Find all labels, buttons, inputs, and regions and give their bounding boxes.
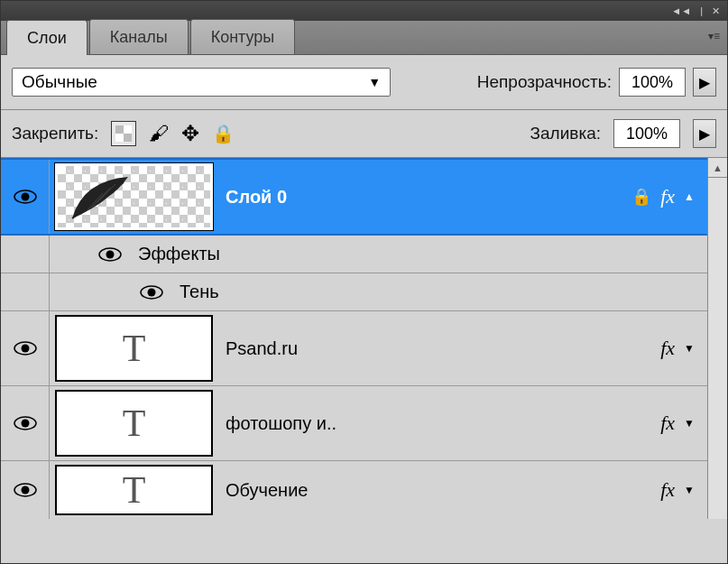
lock-all-icon[interactable]: 🔒 [212,123,235,144]
layer-row-2[interactable]: T фотошопу и.. fx ▼ [1,386,707,461]
effect-shadow-row[interactable]: Тень [1,273,707,311]
layer-list-container: Слой 0 🔒 fx ▲ Эффекты Тень [1,158,727,519]
tab-layers[interactable]: Слои [6,20,88,55]
layer-thumbnail[interactable]: T [55,390,213,457]
svg-point-6 [106,250,115,258]
blend-row: Обычные ▼ Непрозрачность: 100% ▶ [1,55,727,110]
layer-thumbnail[interactable]: T [55,465,213,515]
dropdown-arrow-icon: ▼ [368,75,381,89]
fx-icon[interactable]: fx [660,478,675,502]
visibility-toggle[interactable] [1,461,50,519]
layers-panel: ◄◄ | ✕ Слои Каналы Контуры ▾≡ Обычные ▼ … [0,0,728,564]
lock-position-icon[interactable]: ✥ [181,121,199,146]
collapse-icon[interactable]: ◄◄ [671,5,691,16]
eye-icon [14,483,37,497]
blend-mode-value: Обычные [22,72,97,92]
svg-point-10 [21,345,29,353]
lock-pixels-icon[interactable]: 🖌 [149,122,169,145]
opacity-stepper[interactable]: ▶ [693,68,716,97]
expand-effects-icon[interactable]: ▼ [684,417,695,430]
separator-icon: | [700,5,703,16]
fill-label: Заливка: [530,124,601,143]
fx-icon[interactable]: fx [660,185,675,208]
layer-list: Слой 0 🔒 fx ▲ Эффекты Тень [1,158,707,519]
layer-badges: 🔒 fx ▲ [631,185,707,208]
svg-point-4 [21,193,29,201]
text-layer-icon: T [123,468,146,512]
svg-rect-2 [124,134,132,142]
svg-point-12 [21,420,29,428]
eye-icon [14,341,37,356]
layer-badges: fx ▼ [660,478,707,502]
layer-thumbnail[interactable]: T [55,315,213,382]
visibility-toggle[interactable] [1,386,50,460]
scrollbar[interactable]: ▲ [707,158,727,519]
scroll-up-icon[interactable]: ▲ [708,158,727,178]
lock-icon: 🔒 [631,187,651,207]
layer-row-1[interactable]: T Psand.ru fx ▼ [1,311,707,386]
svg-point-8 [148,288,156,296]
svg-point-14 [21,486,29,495]
layer-name[interactable]: фотошопу и.. [226,413,660,434]
svg-rect-1 [115,125,124,134]
layer-name[interactable]: Psand.ru [226,338,660,359]
tab-paths[interactable]: Контуры [190,19,296,54]
layer-name[interactable]: Обучение [226,480,660,501]
lock-icons: 🖌 ✥ 🔒 [111,121,235,146]
expand-effects-icon[interactable]: ▼ [684,342,695,355]
effect-shadow-label: Тень [180,282,219,302]
eye-icon [14,190,37,204]
fx-icon[interactable]: fx [660,337,675,360]
fill-stepper[interactable]: ▶ [693,119,716,148]
expand-effects-icon[interactable]: ▼ [684,484,695,496]
layer-badges: fx ▼ [660,411,707,435]
effects-group-row[interactable]: Эффекты [1,236,707,273]
fx-icon[interactable]: fx [660,411,675,435]
opacity-input[interactable]: 100% [619,68,686,97]
tab-channels[interactable]: Каналы [89,19,189,54]
layer-row-3[interactable]: T Обучение fx ▼ [1,461,707,519]
text-layer-icon: T [123,327,146,370]
panel-menu-icon[interactable]: ▾≡ [708,30,720,42]
eye-icon[interactable] [98,247,122,262]
layer-row-0[interactable]: Слой 0 🔒 fx ▲ [1,158,707,236]
eye-icon [14,416,37,430]
eye-icon[interactable] [140,285,163,300]
visibility-toggle[interactable] [1,160,50,234]
collapse-effects-icon[interactable]: ▲ [684,190,695,203]
layer-name[interactable]: Слой 0 [226,187,631,208]
lock-transparency-icon[interactable] [111,121,136,146]
text-layer-icon: T [123,402,146,445]
fill-input[interactable]: 100% [613,119,680,148]
effects-label: Эффекты [138,244,220,264]
panel-titlebar: ◄◄ | ✕ [1,1,727,21]
lock-row: Закрепить: 🖌 ✥ 🔒 Заливка: 100% ▶ [1,110,727,158]
lock-label: Закрепить: [12,124,98,143]
visibility-toggle[interactable] [1,311,50,385]
layer-badges: fx ▼ [660,337,707,360]
tab-bar: Слои Каналы Контуры ▾≡ [1,21,727,55]
layer-thumbnail[interactable] [55,163,213,230]
blend-mode-dropdown[interactable]: Обычные ▼ [12,68,391,97]
close-icon[interactable]: ✕ [712,5,720,17]
opacity-label: Непрозрачность: [477,72,612,92]
feather-icon [65,171,137,226]
